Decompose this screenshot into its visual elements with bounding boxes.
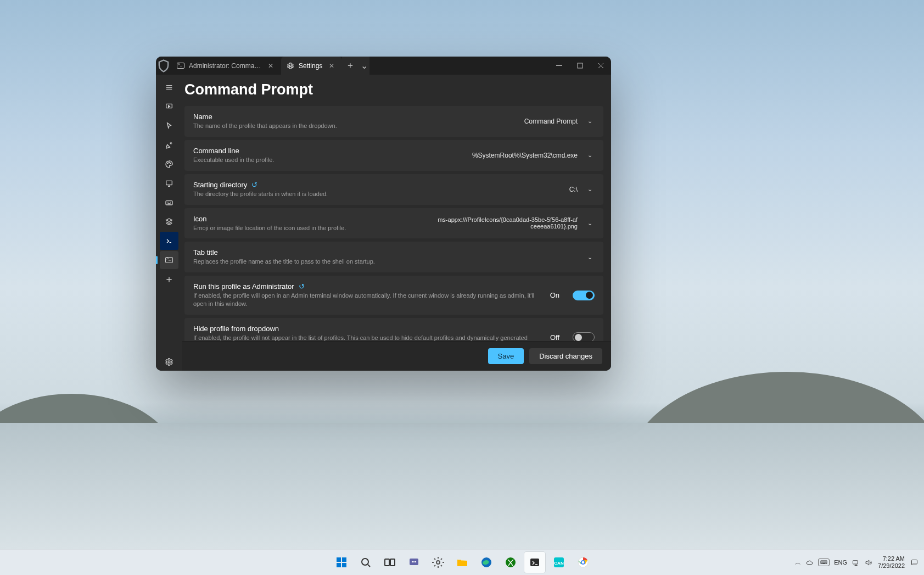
chevron-down-icon[interactable]: ⌄ (585, 252, 595, 263)
terminal-window: Administrator: Command Prom ✕ Settings ✕… (156, 57, 611, 371)
reset-icon[interactable]: ↺ (299, 282, 305, 291)
hide-profile-toggle[interactable] (573, 332, 595, 341)
taskbar-xbox[interactable] (500, 552, 521, 573)
svg-rect-9 (337, 557, 341, 562)
svg-point-8 (168, 361, 170, 363)
nav-appearance[interactable] (160, 136, 178, 154)
close-tab-icon[interactable]: ✕ (327, 61, 337, 71)
setting-name[interactable]: Name The name of the profile that appear… (184, 106, 603, 137)
nav-add-profile[interactable] (160, 270, 178, 288)
tab-label: Settings (299, 62, 322, 70)
nav-interaction[interactable] (160, 116, 178, 135)
nav-powershell[interactable] (160, 232, 178, 250)
setting-command-line[interactable]: Command line Executable used in the prof… (184, 140, 603, 171)
cmd-icon (177, 63, 184, 69)
svg-point-18 (413, 561, 414, 562)
setting-desc: If enabled, the profile will open in an … (193, 292, 542, 308)
chevron-down-icon[interactable]: ⌄ (585, 149, 595, 161)
svg-rect-15 (390, 559, 395, 566)
svg-rect-11 (337, 563, 341, 567)
setting-title: Hide profile from dropdown (193, 325, 542, 333)
svg-point-0 (289, 65, 292, 67)
nav-rail (156, 75, 182, 371)
svg-rect-1 (578, 63, 583, 68)
setting-title: Icon (193, 215, 427, 223)
discard-button[interactable]: Discard changes (529, 348, 602, 364)
taskbar-start[interactable] (331, 552, 352, 573)
svg-point-17 (411, 561, 412, 562)
setting-title-text: Starting directory (193, 181, 247, 189)
workspace: Command Prompt Name The name of the prof… (156, 75, 611, 371)
tray-chevron-icon[interactable]: ︿ (795, 559, 801, 567)
footer: Save Discard changes (182, 341, 611, 371)
taskbar-chrome[interactable] (573, 552, 593, 573)
taskbar-apps: CAN (331, 552, 593, 573)
language-indicator[interactable]: ENG (834, 559, 847, 566)
chevron-down-icon[interactable]: ⌄ (585, 115, 595, 127)
taskbar-settings[interactable] (428, 552, 449, 573)
maximize-button[interactable] (569, 57, 590, 75)
clock-time: 7:22 AM (878, 555, 905, 562)
taskbar-chat[interactable] (404, 552, 424, 573)
taskbar-search[interactable] (355, 552, 376, 573)
setting-run-as-admin: Run this profile as Administrator ↺ If e… (184, 276, 603, 315)
minimize-button[interactable] (548, 57, 569, 75)
svg-point-20 (436, 561, 440, 564)
reset-icon[interactable]: ↺ (251, 181, 257, 189)
ime-icon[interactable]: ⌨ (818, 559, 830, 566)
svg-point-19 (415, 561, 416, 562)
tab-command-prompt[interactable]: Administrator: Command Prom ✕ (171, 57, 281, 75)
new-tab-button[interactable]: ＋ (342, 57, 359, 75)
toggle-state-label: On (550, 291, 559, 299)
setting-title: Name (193, 113, 517, 121)
svg-rect-23 (530, 559, 539, 566)
setting-desc: The name of the profile that appears in … (193, 122, 517, 130)
setting-value: ms-appx:///ProfileIcons/{0caa0dad-35be-5… (435, 216, 578, 230)
svg-point-4 (169, 162, 169, 163)
svg-rect-12 (342, 563, 346, 567)
save-button[interactable]: Save (488, 348, 524, 364)
notifications-icon[interactable] (910, 559, 919, 567)
clock[interactable]: 7:22 AM 7/29/2022 (878, 555, 905, 569)
setting-desc: If enabled, the profile will not appear … (193, 334, 542, 341)
nav-menu-button[interactable] (160, 78, 178, 96)
svg-rect-14 (385, 559, 389, 566)
close-tab-icon[interactable]: ✕ (266, 61, 276, 71)
nav-defaults[interactable] (160, 213, 178, 231)
setting-title: Run this profile as Administrator ↺ (193, 282, 542, 291)
nav-command-prompt[interactable] (160, 251, 178, 269)
nav-color-schemes[interactable] (160, 155, 178, 173)
setting-tab-title[interactable]: Tab title Replaces the profile name as t… (184, 242, 603, 272)
run-as-admin-toggle[interactable] (573, 291, 595, 300)
toggle-state-label: Off (550, 333, 559, 341)
setting-starting-directory[interactable]: Starting directory ↺ The directory the p… (184, 174, 603, 205)
svg-rect-6 (166, 181, 172, 185)
taskbar-task-view[interactable] (379, 552, 400, 573)
svg-point-29 (581, 561, 584, 564)
setting-icon[interactable]: Icon Emoji or image file location of the… (184, 208, 603, 239)
taskbar-file-explorer[interactable] (452, 552, 473, 573)
onedrive-icon[interactable] (805, 559, 814, 567)
system-tray: ︿ ⌨ ENG 7:22 AM 7/29/2022 (795, 555, 919, 569)
page-title: Command Prompt (182, 75, 611, 106)
nav-rendering[interactable] (160, 174, 178, 192)
setting-title: Tab title (193, 248, 578, 256)
taskbar-edge[interactable] (476, 552, 497, 573)
setting-title: Command line (193, 147, 464, 155)
taskbar-terminal[interactable] (524, 552, 545, 573)
nav-settings[interactable] (160, 353, 178, 371)
settings-scroll[interactable]: Name The name of the profile that appear… (182, 106, 611, 341)
taskbar-canva[interactable]: CAN (548, 552, 569, 573)
nav-startup[interactable] (160, 97, 178, 115)
network-icon[interactable] (852, 559, 860, 567)
chevron-down-icon[interactable]: ⌄ (585, 217, 595, 229)
chevron-down-icon[interactable]: ⌄ (585, 183, 595, 195)
tab-dropdown-button[interactable]: ⌄ (359, 57, 369, 75)
window-close-button[interactable] (590, 57, 611, 75)
nav-actions[interactable] (160, 193, 178, 211)
tab-settings[interactable]: Settings ✕ (281, 57, 342, 75)
volume-icon[interactable] (864, 559, 872, 567)
setting-desc: Replaces the profile name as the title t… (193, 258, 578, 266)
svg-rect-30 (853, 560, 858, 563)
svg-text:CAN: CAN (554, 561, 564, 566)
